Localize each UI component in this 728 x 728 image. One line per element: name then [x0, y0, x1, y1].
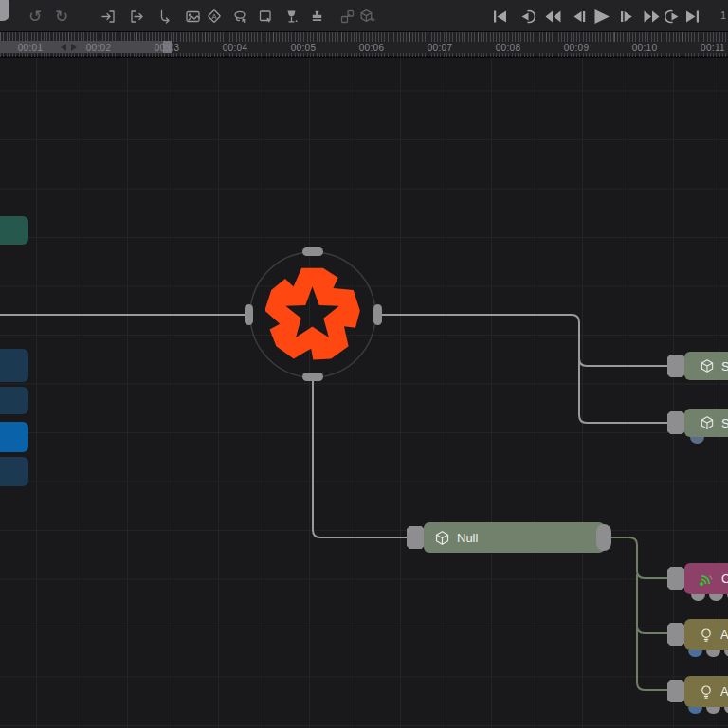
- bulb-icon: [699, 684, 714, 700]
- play-icon: [592, 9, 611, 25]
- ruler-label: 00:08: [496, 43, 521, 53]
- stage1-label: St: [721, 359, 728, 373]
- area-light1-child-tab[interactable]: [688, 650, 702, 657]
- cube-icon: [700, 415, 715, 430]
- export-button[interactable]: [124, 4, 149, 28]
- wire-hub-to-null: [313, 381, 410, 537]
- corner-panel-tab[interactable]: [0, 0, 9, 21]
- redo-arrow-icon: ↻: [55, 9, 68, 25]
- ruler-label: 00:09: [564, 43, 590, 53]
- redo-button[interactable]: ↻: [49, 4, 74, 28]
- side-node-blue-selected[interactable]: [0, 422, 28, 452]
- hub-port-bottom[interactable]: [302, 373, 323, 381]
- camera-label: Ca: [721, 572, 728, 586]
- area-light2-child-tab[interactable]: [706, 707, 720, 714]
- previous-keyframe-icon: [519, 9, 535, 24]
- import-button[interactable]: [96, 4, 120, 28]
- side-node-blue-1[interactable]: [0, 349, 28, 382]
- jump-to-end-button[interactable]: [681, 4, 705, 28]
- null-node-label: Null: [457, 531, 478, 545]
- svg-text:A: A: [212, 12, 217, 21]
- area-light-node-2[interactable]: Ar: [684, 676, 728, 707]
- hub-port-right[interactable]: [373, 304, 382, 325]
- wire-null-to-area2: [637, 574, 671, 690]
- linked-boxes-icon: [339, 9, 355, 25]
- area-light1-child-tab[interactable]: [724, 650, 728, 657]
- rewind-icon: [544, 9, 562, 24]
- timeline-ruler[interactable]: 00:01 00:02 00:03 00:04 00:05 00:06 00:0…: [0, 32, 728, 58]
- undo-button[interactable]: ↺: [23, 4, 47, 28]
- range-scrub-handle[interactable]: [61, 44, 77, 51]
- previous-frame-icon: [571, 9, 587, 24]
- area-light2-child-tab[interactable]: [688, 707, 702, 714]
- node-graph-canvas[interactable]: Null St St Ca: [0, 58, 728, 728]
- glass-tool-button[interactable]: [279, 4, 303, 28]
- camera-node[interactable]: Ca: [684, 563, 728, 594]
- play-button[interactable]: [589, 4, 613, 28]
- cube-plus-icon: [358, 8, 375, 25]
- auto-animate-button[interactable]: A: [202, 4, 227, 28]
- cube-icon: [700, 358, 715, 373]
- next-frame-icon: [619, 9, 635, 24]
- jump-to-start-icon: [491, 9, 508, 24]
- next-frame-button[interactable]: [614, 4, 639, 28]
- arrow-into-bracket-icon: [100, 9, 117, 25]
- null-node-output-port[interactable]: [596, 524, 611, 551]
- area-light1-child-tab[interactable]: [706, 650, 720, 657]
- arrow-out-of-bracket-icon: [129, 9, 145, 25]
- image-icon: [185, 9, 201, 25]
- area-light2-label: Ar: [720, 684, 728, 699]
- previous-keyframe-button[interactable]: [514, 4, 538, 28]
- undo-arrow-icon: ↺: [28, 9, 42, 25]
- handle-right-arrow-icon: [71, 44, 77, 51]
- wire-null-to-area1: [637, 626, 671, 633]
- play-backwards-button[interactable]: [540, 4, 565, 28]
- broadcast-icon: [698, 571, 715, 588]
- stage-node-1[interactable]: St: [684, 352, 728, 380]
- stage-node-2[interactable]: St: [684, 409, 728, 437]
- side-node-blue-2[interactable]: [0, 387, 28, 414]
- handle-left-arrow-icon: [61, 44, 66, 51]
- area-light2-child-tab[interactable]: [724, 707, 728, 714]
- marquee-select-button[interactable]: [253, 4, 278, 28]
- diamond-a-icon: A: [206, 8, 223, 25]
- ruler-label: 00:07: [428, 43, 453, 53]
- ruler-label: 00:06: [359, 43, 385, 53]
- ruler-ticks-bottom: [0, 53, 728, 57]
- null-node[interactable]: Null: [424, 522, 605, 553]
- area-light1-label: Ar: [720, 628, 728, 642]
- jump-to-end-icon: [684, 9, 701, 24]
- lasso-select-button[interactable]: [228, 4, 252, 28]
- camera-child-tab[interactable]: [691, 594, 705, 601]
- ruler-label: 00:10: [632, 43, 658, 53]
- stamp-tool-button[interactable]: [304, 4, 329, 28]
- motion-path-button[interactable]: [153, 4, 177, 28]
- side-node-blue-3[interactable]: [0, 457, 28, 486]
- bulb-icon: [699, 628, 714, 643]
- connection-wires: [0, 58, 728, 728]
- area-light-node-1[interactable]: Ar: [684, 619, 728, 650]
- side-node-teal[interactable]: [0, 216, 28, 245]
- fast-forward-icon: [643, 9, 661, 24]
- ruler-label: 00:01: [18, 43, 44, 53]
- camera-child-tab[interactable]: [709, 594, 723, 601]
- stamp-icon: [309, 9, 325, 25]
- frame-counter: 1: [720, 9, 726, 21]
- orange-star-badge-logo[interactable]: [265, 267, 360, 362]
- ruler-label: 00:03: [155, 43, 180, 53]
- lasso-cursor-icon: [232, 9, 248, 25]
- hub-port-top[interactable]: [302, 247, 323, 256]
- stage2-child-tab[interactable]: [690, 437, 704, 444]
- ruler-label: 00:11: [701, 43, 725, 53]
- wire-null-to-camera: [610, 537, 671, 578]
- hub-port-left[interactable]: [245, 304, 253, 325]
- ruler-label: 00:02: [86, 43, 112, 53]
- next-keyframe-icon: [665, 9, 682, 24]
- previous-frame-button[interactable]: [566, 4, 591, 28]
- corner-arrow-icon: [157, 9, 173, 25]
- ruler-label: 00:04: [223, 43, 248, 53]
- ruler-label: 00:05: [291, 43, 317, 53]
- jump-to-start-button[interactable]: [487, 4, 512, 28]
- cube-icon: [434, 530, 450, 546]
- add-cube-button[interactable]: [355, 4, 379, 28]
